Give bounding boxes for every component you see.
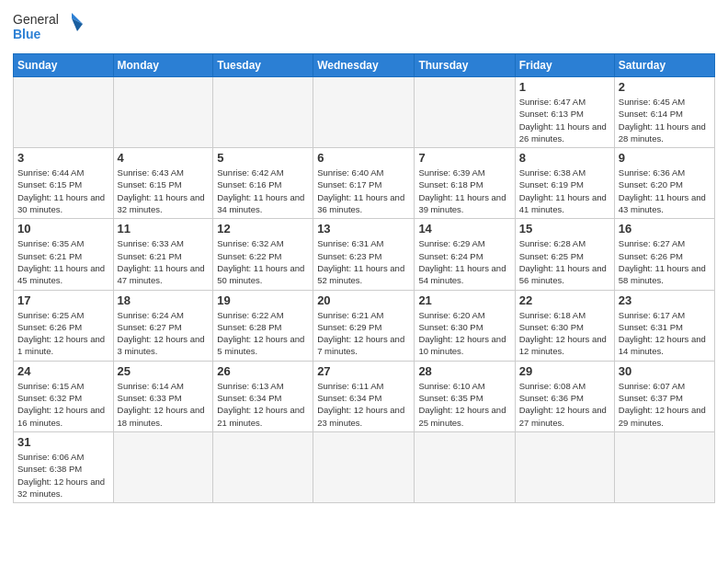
calendar-cell: 13Sunrise: 6:31 AM Sunset: 6:23 PM Dayli… [313, 219, 415, 290]
day-info: Sunrise: 6:22 AM Sunset: 6:28 PM Dayligh… [217, 309, 309, 358]
day-number: 19 [217, 293, 309, 307]
day-info: Sunrise: 6:44 AM Sunset: 6:15 PM Dayligh… [17, 167, 109, 215]
day-number: 30 [619, 364, 711, 378]
day-info: Sunrise: 6:45 AM Sunset: 6:14 PM Dayligh… [619, 96, 711, 144]
day-number: 5 [217, 151, 309, 165]
calendar-cell: 9Sunrise: 6:36 AM Sunset: 6:20 PM Daylig… [614, 148, 714, 219]
day-info: Sunrise: 6:35 AM Sunset: 6:21 PM Dayligh… [17, 237, 109, 286]
logo: General Blue [13, 9, 86, 48]
calendar-cell: 23Sunrise: 6:17 AM Sunset: 6:31 PM Dayli… [614, 290, 714, 361]
calendar-cell [415, 77, 515, 148]
day-info: Sunrise: 6:32 AM Sunset: 6:22 PM Dayligh… [217, 237, 309, 286]
day-number: 8 [519, 151, 610, 165]
day-number: 14 [418, 222, 510, 236]
day-number: 10 [17, 222, 109, 236]
day-number: 13 [317, 222, 410, 236]
calendar-cell [313, 77, 415, 148]
day-info: Sunrise: 6:08 AM Sunset: 6:36 PM Dayligh… [519, 380, 610, 429]
calendar-cell: 6Sunrise: 6:40 AM Sunset: 6:17 PM Daylig… [313, 148, 415, 219]
calendar-cell: 19Sunrise: 6:22 AM Sunset: 6:28 PM Dayli… [213, 290, 313, 361]
calendar-cell: 26Sunrise: 6:13 AM Sunset: 6:34 PM Dayli… [213, 361, 313, 431]
day-number: 21 [418, 293, 510, 307]
weekday-header-thursday: Thursday [415, 54, 515, 77]
calendar-cell: 12Sunrise: 6:32 AM Sunset: 6:22 PM Dayli… [213, 219, 313, 290]
day-info: Sunrise: 6:14 AM Sunset: 6:33 PM Dayligh… [118, 380, 210, 429]
day-number: 3 [17, 151, 109, 165]
day-info: Sunrise: 6:33 AM Sunset: 6:21 PM Dayligh… [118, 237, 210, 286]
day-number: 22 [519, 293, 610, 307]
day-info: Sunrise: 6:10 AM Sunset: 6:35 PM Dayligh… [418, 380, 510, 429]
day-info: Sunrise: 6:07 AM Sunset: 6:37 PM Dayligh… [619, 380, 711, 429]
calendar-cell [113, 77, 213, 148]
calendar-cell: 21Sunrise: 6:20 AM Sunset: 6:30 PM Dayli… [415, 290, 515, 361]
calendar-cell: 18Sunrise: 6:24 AM Sunset: 6:27 PM Dayli… [113, 290, 213, 361]
calendar-cell: 31Sunrise: 6:06 AM Sunset: 6:38 PM Dayli… [14, 431, 114, 502]
calendar-cell [515, 431, 614, 502]
header: General Blue [13, 9, 715, 48]
calendar-cell: 28Sunrise: 6:10 AM Sunset: 6:35 PM Dayli… [415, 361, 515, 431]
day-info: Sunrise: 6:29 AM Sunset: 6:24 PM Dayligh… [418, 237, 510, 286]
calendar-page: General Blue SundayMondayTuesdayWednesda… [0, 0, 728, 563]
day-info: Sunrise: 6:24 AM Sunset: 6:27 PM Dayligh… [118, 309, 210, 358]
day-info: Sunrise: 6:43 AM Sunset: 6:15 PM Dayligh… [118, 167, 210, 215]
calendar-cell: 15Sunrise: 6:28 AM Sunset: 6:25 PM Dayli… [515, 219, 614, 290]
day-number: 6 [317, 151, 410, 165]
calendar-cell: 30Sunrise: 6:07 AM Sunset: 6:37 PM Dayli… [614, 361, 714, 431]
calendar-cell: 25Sunrise: 6:14 AM Sunset: 6:33 PM Dayli… [113, 361, 213, 431]
day-info: Sunrise: 6:31 AM Sunset: 6:23 PM Dayligh… [317, 237, 410, 286]
calendar-cell: 20Sunrise: 6:21 AM Sunset: 6:29 PM Dayli… [313, 290, 415, 361]
day-number: 31 [17, 435, 109, 449]
day-info: Sunrise: 6:17 AM Sunset: 6:31 PM Dayligh… [619, 309, 711, 358]
day-info: Sunrise: 6:20 AM Sunset: 6:30 PM Dayligh… [418, 309, 510, 358]
week-row-5: 31Sunrise: 6:06 AM Sunset: 6:38 PM Dayli… [14, 431, 715, 502]
calendar-cell: 27Sunrise: 6:11 AM Sunset: 6:34 PM Dayli… [313, 361, 415, 431]
weekday-header-friday: Friday [515, 54, 614, 77]
calendar-cell: 14Sunrise: 6:29 AM Sunset: 6:24 PM Dayli… [415, 219, 515, 290]
day-number: 20 [317, 293, 410, 307]
day-info: Sunrise: 6:28 AM Sunset: 6:25 PM Dayligh… [519, 237, 610, 286]
day-number: 7 [418, 151, 510, 165]
weekday-header-saturday: Saturday [614, 54, 714, 77]
calendar-cell: 1Sunrise: 6:47 AM Sunset: 6:13 PM Daylig… [515, 77, 614, 148]
day-number: 2 [619, 80, 711, 94]
calendar-cell: 22Sunrise: 6:18 AM Sunset: 6:30 PM Dayli… [515, 290, 614, 361]
day-number: 4 [118, 151, 210, 165]
day-number: 1 [519, 80, 610, 94]
week-row-4: 24Sunrise: 6:15 AM Sunset: 6:32 PM Dayli… [14, 361, 715, 431]
day-number: 15 [519, 222, 610, 236]
weekday-header-sunday: Sunday [14, 54, 114, 77]
day-number: 17 [17, 293, 109, 307]
day-info: Sunrise: 6:42 AM Sunset: 6:16 PM Dayligh… [217, 167, 309, 215]
day-number: 23 [619, 293, 711, 307]
calendar-cell: 7Sunrise: 6:39 AM Sunset: 6:18 PM Daylig… [415, 148, 515, 219]
calendar-cell [14, 77, 114, 148]
calendar-table: SundayMondayTuesdayWednesdayThursdayFrid… [13, 53, 715, 503]
day-number: 27 [317, 364, 410, 378]
day-number: 24 [17, 364, 109, 378]
week-row-0: 1Sunrise: 6:47 AM Sunset: 6:13 PM Daylig… [14, 77, 715, 148]
day-info: Sunrise: 6:25 AM Sunset: 6:26 PM Dayligh… [17, 309, 109, 358]
calendar-cell [213, 431, 313, 502]
calendar-cell: 5Sunrise: 6:42 AM Sunset: 6:16 PM Daylig… [213, 148, 313, 219]
calendar-cell [415, 431, 515, 502]
calendar-cell: 8Sunrise: 6:38 AM Sunset: 6:19 PM Daylig… [515, 148, 614, 219]
calendar-cell: 17Sunrise: 6:25 AM Sunset: 6:26 PM Dayli… [14, 290, 114, 361]
calendar-cell: 3Sunrise: 6:44 AM Sunset: 6:15 PM Daylig… [14, 148, 114, 219]
calendar-cell [113, 431, 213, 502]
day-number: 11 [118, 222, 210, 236]
calendar-cell: 29Sunrise: 6:08 AM Sunset: 6:36 PM Dayli… [515, 361, 614, 431]
day-info: Sunrise: 6:18 AM Sunset: 6:30 PM Dayligh… [519, 309, 610, 358]
week-row-2: 10Sunrise: 6:35 AM Sunset: 6:21 PM Dayli… [14, 219, 715, 290]
day-info: Sunrise: 6:11 AM Sunset: 6:34 PM Dayligh… [317, 380, 410, 429]
weekday-header-monday: Monday [113, 54, 213, 77]
day-number: 16 [619, 222, 711, 236]
calendar-cell: 24Sunrise: 6:15 AM Sunset: 6:32 PM Dayli… [14, 361, 114, 431]
day-number: 18 [118, 293, 210, 307]
calendar-cell: 2Sunrise: 6:45 AM Sunset: 6:14 PM Daylig… [614, 77, 714, 148]
day-info: Sunrise: 6:06 AM Sunset: 6:38 PM Dayligh… [17, 451, 109, 500]
calendar-cell [313, 431, 415, 502]
calendar-cell [213, 77, 313, 148]
weekday-header-tuesday: Tuesday [213, 54, 313, 77]
svg-text:General: General [13, 12, 59, 27]
calendar-cell: 16Sunrise: 6:27 AM Sunset: 6:26 PM Dayli… [614, 219, 714, 290]
